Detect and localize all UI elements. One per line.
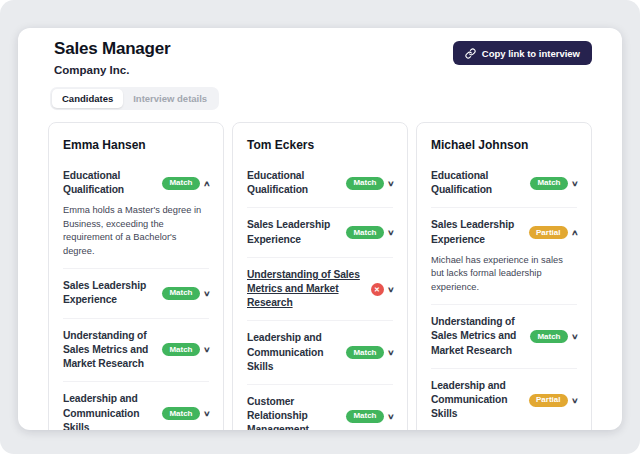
no-match-icon: ✕	[371, 283, 384, 296]
candidate-name: Michael Johnson	[431, 123, 577, 159]
criterion-header[interactable]: Understanding of Sales Metrics and Marke…	[247, 268, 393, 311]
criterion-detail: Michael has experience in sales but lack…	[431, 247, 577, 294]
criterion-status: Partial∧	[529, 226, 577, 239]
candidate-name: Emma Hansen	[63, 123, 209, 159]
chevron-down-icon[interactable]: ∨	[570, 332, 578, 341]
criterion-label: Understanding of Sales Metrics and Marke…	[247, 268, 365, 311]
chevron-down-icon[interactable]: ∨	[202, 345, 210, 354]
criterion-status: Match∨	[162, 407, 209, 420]
criterion-header[interactable]: Educational QualificationMatch∨	[247, 169, 393, 197]
criterion-header[interactable]: Leadership and Communication SkillsMatch…	[247, 331, 393, 374]
criterion-status: Partial∨	[529, 394, 577, 407]
copy-link-button-label: Copy link to interview	[482, 48, 580, 59]
interview-page: Sales Manager Company Inc. Copy link to …	[18, 28, 622, 430]
criterion-row[interactable]: Educational QualificationMatch∨	[247, 159, 393, 207]
copy-link-button[interactable]: Copy link to interview	[453, 41, 592, 65]
criterion-status: Match∨	[162, 287, 209, 300]
criterion-label: Leadership and Communication Skills	[247, 331, 340, 374]
criteria-list: Educational QualificationMatch∨Sales Lea…	[247, 159, 393, 430]
criterion-header[interactable]: Understanding of Sales Metrics and Marke…	[431, 315, 577, 358]
criterion-label: Sales Leadership Experience	[431, 218, 523, 246]
chevron-down-icon[interactable]: ∨	[386, 179, 394, 188]
candidate-column: Emma Hansen Educational QualificationMat…	[48, 122, 224, 430]
status-badge: Match	[346, 226, 383, 239]
criterion-header[interactable]: Leadership and Communication SkillsMatch…	[63, 392, 209, 430]
criterion-label: Educational Qualification	[63, 169, 156, 197]
criterion-row[interactable]: Understanding of Sales Metrics and Marke…	[431, 304, 577, 368]
status-badge: Match	[346, 346, 383, 359]
criterion-status: Match∨	[162, 343, 209, 356]
criterion-header[interactable]: Sales Leadership ExperienceMatch∨	[247, 218, 393, 246]
link-icon	[465, 48, 476, 59]
criterion-header[interactable]: Sales Leadership ExperienceMatch∨	[63, 279, 209, 307]
candidate-name: Tom Eckers	[247, 123, 393, 159]
candidates-grid: Emma Hansen Educational QualificationMat…	[18, 110, 622, 430]
criterion-label: Sales Leadership Experience	[247, 218, 340, 246]
criterion-header[interactable]: Understanding of Sales Metrics and Marke…	[63, 329, 209, 372]
criterion-status: ✕∨	[371, 283, 394, 296]
status-badge: Match	[530, 177, 567, 190]
chevron-down-icon[interactable]: ∨	[386, 285, 394, 294]
chevron-down-icon[interactable]: ∨	[570, 179, 578, 188]
criterion-label: Educational Qualification	[247, 169, 340, 197]
chevron-down-icon[interactable]: ∨	[202, 409, 210, 418]
criterion-row[interactable]: Leadership and Communication SkillsMatch…	[247, 320, 393, 384]
chevron-up-icon[interactable]: ∧	[202, 179, 210, 188]
criterion-label: Leadership and Communication Skills	[431, 379, 523, 422]
tab-candidates[interactable]: Candidates	[52, 89, 123, 108]
candidate-column: Tom Eckers Educational QualificationMatc…	[232, 122, 408, 430]
criterion-status: Match∨	[530, 330, 577, 343]
status-badge: Match	[162, 177, 199, 190]
criterion-row[interactable]: Sales Leadership ExperienceMatch∨	[247, 207, 393, 256]
criterion-header[interactable]: Educational QualificationMatch∧	[63, 169, 209, 197]
criterion-row[interactable]: Sales Leadership ExperienceMatch∨	[63, 268, 209, 317]
criterion-header[interactable]: Sales Leadership ExperiencePartial∧	[431, 218, 577, 246]
criterion-label: Sales Leadership Experience	[63, 279, 156, 307]
criterion-label: Understanding of Sales Metrics and Marke…	[63, 329, 156, 372]
criterion-label: Educational Qualification	[431, 169, 524, 197]
criteria-list: Educational QualificationMatch∨Sales Lea…	[431, 159, 577, 430]
criterion-row[interactable]: Sales Leadership ExperiencePartial∧Micha…	[431, 207, 577, 304]
candidate-column: Michael Johnson Educational Qualificatio…	[416, 122, 592, 430]
criterion-row[interactable]: Educational QualificationMatch∧Emma hold…	[63, 159, 209, 268]
status-badge: Match	[346, 177, 383, 190]
status-badge: Match	[346, 410, 383, 423]
app-canvas: Sales Manager Company Inc. Copy link to …	[0, 0, 640, 454]
criterion-row[interactable]: Leadership and Communication SkillsMatch…	[63, 381, 209, 430]
status-badge: Partial	[529, 226, 567, 239]
chevron-down-icon[interactable]: ∨	[386, 228, 394, 237]
criterion-status: Match∨	[346, 226, 393, 239]
criterion-status: Match∨	[346, 410, 393, 423]
criterion-row[interactable]: Understanding of Sales Metrics and Marke…	[63, 318, 209, 382]
chevron-up-icon[interactable]: ∧	[570, 228, 578, 237]
criterion-status: Match∨	[346, 177, 393, 190]
status-badge: Match	[530, 330, 567, 343]
criterion-detail: Emma holds a Master's degree in Business…	[63, 197, 209, 258]
tab-bar: Candidates Interview details	[50, 87, 219, 110]
status-badge: Match	[162, 343, 199, 356]
chevron-down-icon[interactable]: ∨	[570, 396, 578, 405]
criterion-row[interactable]: Educational QualificationMatch∨	[431, 159, 577, 207]
chevron-down-icon[interactable]: ∨	[202, 289, 210, 298]
status-badge: Match	[162, 287, 199, 300]
status-badge: Match	[162, 407, 199, 420]
criterion-label: Customer Relationship Management	[247, 395, 340, 430]
criteria-list: Educational QualificationMatch∧Emma hold…	[63, 159, 209, 430]
company-name: Company Inc.	[54, 64, 592, 76]
criterion-status: Match∧	[162, 177, 209, 190]
criterion-header[interactable]: Leadership and Communication SkillsParti…	[431, 379, 577, 422]
criterion-row[interactable]: Understanding of Sales Metrics and Marke…	[247, 257, 393, 321]
tab-interview-details[interactable]: Interview details	[123, 89, 217, 108]
criterion-header[interactable]: Educational QualificationMatch∨	[431, 169, 577, 197]
criterion-status: Match∨	[530, 177, 577, 190]
status-badge: Partial	[529, 394, 567, 407]
criterion-row[interactable]: Leadership and Communication SkillsParti…	[431, 368, 577, 430]
chevron-down-icon[interactable]: ∨	[386, 348, 394, 357]
page-header: Sales Manager Company Inc. Copy link to …	[18, 28, 622, 76]
criterion-status: Match∨	[346, 346, 393, 359]
criterion-row[interactable]: Customer Relationship ManagementMatch∨	[247, 384, 393, 430]
criterion-label: Understanding of Sales Metrics and Marke…	[431, 315, 524, 358]
criterion-label: Leadership and Communication Skills	[63, 392, 156, 430]
criterion-header[interactable]: Customer Relationship ManagementMatch∨	[247, 395, 393, 430]
chevron-down-icon[interactable]: ∨	[386, 412, 394, 421]
